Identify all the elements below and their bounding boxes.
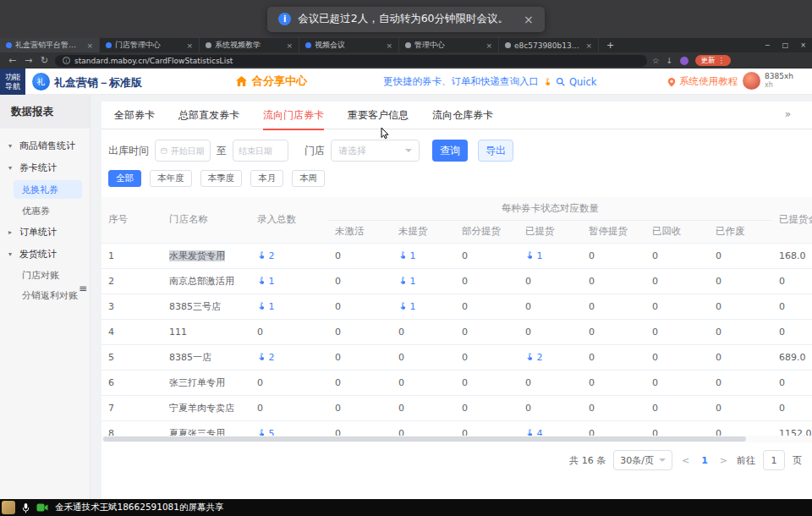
sidebar-item[interactable]: 优惠券: [0, 200, 90, 221]
goto-page-input[interactable]: [763, 450, 785, 470]
cell-store-name[interactable]: 南京总部激活用: [162, 268, 250, 294]
tab-close-icon[interactable]: ×: [585, 41, 592, 50]
browser-tab[interactable]: e8c573980b1328a2586d2e6...×: [499, 38, 599, 52]
quick-filter-button[interactable]: 本月: [250, 170, 283, 187]
camera-icon[interactable]: [36, 503, 48, 512]
col-header-status: 未提货: [392, 220, 455, 243]
sidebar-items: ▾商品销售统计▾券卡统计兑换礼券优惠券▸订单统计▾发货统计门店对账分销返利对账: [0, 129, 90, 305]
sidebar-group[interactable]: ▾券卡统计: [0, 156, 90, 178]
scrollbar-thumb[interactable]: [103, 436, 746, 442]
browser-tab[interactable]: 门店管理中心×: [100, 38, 200, 52]
quick-filter-button[interactable]: 本年度: [150, 170, 192, 187]
quick-filter-button[interactable]: 全部: [108, 170, 141, 187]
page-size-select[interactable]: 30条/页: [613, 450, 672, 470]
sidebar-group[interactable]: ▸订单统计: [0, 221, 90, 243]
tab-close-icon[interactable]: ×: [186, 41, 193, 50]
tab-favicon: [305, 42, 311, 48]
table-row: 6张三打单专用000000000: [102, 370, 812, 395]
window-maximize-button[interactable]: □: [776, 41, 794, 49]
page-number[interactable]: 1: [699, 455, 710, 466]
cell-store-name[interactable]: 水果发货专用: [162, 243, 250, 268]
url-field[interactable]: i standard.maboy.cn/CardFlowStatisticsLi…: [55, 55, 647, 67]
content-tab[interactable]: 重要客户信息: [348, 102, 409, 129]
cell-total[interactable]: 2: [250, 344, 328, 370]
cell-status[interactable]: 1: [392, 243, 455, 268]
cell-status[interactable]: 1: [392, 268, 455, 294]
tutorial-link[interactable]: 系统使用教程: [667, 75, 738, 88]
content-tab[interactable]: 流向仓库券卡: [432, 102, 493, 129]
cell-status[interactable]: 2: [518, 344, 582, 370]
cell-store-name[interactable]: 宁夏羊肉专卖店: [162, 395, 250, 420]
export-button[interactable]: 导出: [478, 140, 513, 162]
end-date-picker[interactable]: [233, 140, 288, 162]
cell-status: 0: [582, 395, 645, 420]
sidebar-item[interactable]: 门店对账: [0, 265, 90, 285]
share-center-link[interactable]: 合分享中心: [235, 74, 307, 89]
quick-filter-button[interactable]: 本季度: [200, 170, 243, 187]
cell-store-name[interactable]: 8385三号店: [162, 294, 250, 319]
link-count: 1: [269, 276, 275, 287]
browser-tab[interactable]: 系统视频教学×: [200, 38, 299, 52]
end-date-input[interactable]: [239, 146, 283, 156]
tab-close-icon[interactable]: ×: [86, 41, 93, 50]
content-tab[interactable]: 流向门店券卡: [263, 102, 324, 129]
col-header-no: 序号: [102, 197, 162, 243]
back-icon[interactable]: ←: [7, 56, 18, 65]
tab-close-icon[interactable]: ×: [286, 41, 293, 50]
toast-close-icon[interactable]: ×: [524, 13, 534, 26]
cell-status: 0: [455, 420, 518, 436]
user-name-sub: xh: [765, 81, 773, 89]
chevron-right-icon: ▸: [8, 228, 15, 236]
sidebar-group[interactable]: ▾商品销售统计: [0, 134, 90, 156]
new-tab-button[interactable]: +: [599, 38, 622, 52]
sidebar-collapse-icon[interactable]: ≡: [79, 283, 87, 294]
sidebar-item[interactable]: 兑换礼券: [14, 180, 82, 199]
window-close-button[interactable]: ×: [794, 41, 812, 49]
cell-total[interactable]: 2: [250, 243, 328, 268]
sidebar-group[interactable]: ▾发货统计: [0, 243, 90, 265]
share-app-icon: [2, 501, 15, 514]
cell-status[interactable]: 4: [518, 420, 582, 436]
link-count: 1: [410, 250, 416, 261]
download-icon[interactable]: ↓: [667, 57, 673, 65]
forward-icon[interactable]: →: [23, 56, 34, 65]
bookmark-star-icon[interactable]: ☆: [652, 57, 660, 65]
cell-total[interactable]: 1: [250, 294, 328, 319]
cell-store-name[interactable]: 张三打单专用: [162, 370, 250, 395]
user-block[interactable]: 8385xh xh: [743, 72, 793, 90]
cell-store-name[interactable]: 8385一店: [162, 344, 250, 370]
next-page-button[interactable]: >: [718, 455, 729, 466]
window-minimize-button[interactable]: ─: [759, 41, 776, 49]
browser-tab[interactable]: 礼盒营销平台管理中心×: [0, 38, 100, 52]
start-date-picker[interactable]: [155, 140, 211, 162]
browser-tab[interactable]: 视频会议×: [299, 38, 399, 52]
quick-filter-button[interactable]: 本周: [292, 170, 325, 187]
content-tab[interactable]: 全部券卡: [114, 102, 155, 129]
store-select[interactable]: 请选择: [331, 140, 420, 162]
cell-total[interactable]: 1: [250, 268, 328, 294]
tab-close-icon[interactable]: ×: [386, 41, 392, 50]
profile-avatar-icon[interactable]: [680, 57, 689, 65]
function-nav-toggle[interactable]: 功能 导航: [0, 69, 25, 95]
tab-close-icon[interactable]: ×: [486, 41, 492, 50]
cell-amount: 689.0: [772, 344, 812, 370]
start-date-input[interactable]: [171, 146, 205, 156]
cell-total[interactable]: 5: [250, 420, 328, 436]
prev-page-button[interactable]: <: [680, 455, 691, 466]
cell-store-name[interactable]: 111: [162, 319, 250, 344]
horizontal-scrollbar[interactable]: [102, 436, 812, 442]
sidebar-item[interactable]: 分销返利对账: [0, 285, 90, 305]
panel-collapse-icon[interactable]: »: [785, 108, 789, 120]
cell-status[interactable]: 1: [518, 243, 582, 268]
cell-store-name[interactable]: 夏夏张三专用: [162, 420, 250, 436]
table-body: 1水果发货专用 20 10 1000168.02南京总部激活用 10 10000…: [102, 243, 812, 436]
quick-entry[interactable]: 更快捷的券卡、订单和快递查询入口 Quick: [383, 75, 597, 88]
browser-update-button[interactable]: 更新 ⋮: [695, 55, 732, 66]
cell-status[interactable]: 1: [392, 294, 455, 319]
search-button[interactable]: 查询: [432, 140, 468, 162]
content-tab[interactable]: 总部直发券卡: [178, 102, 239, 129]
site-info-icon[interactable]: i: [63, 57, 70, 64]
browser-tab[interactable]: 管理中心×: [399, 38, 499, 52]
microphone-icon[interactable]: [22, 502, 30, 513]
reload-icon[interactable]: ↻: [39, 56, 50, 65]
